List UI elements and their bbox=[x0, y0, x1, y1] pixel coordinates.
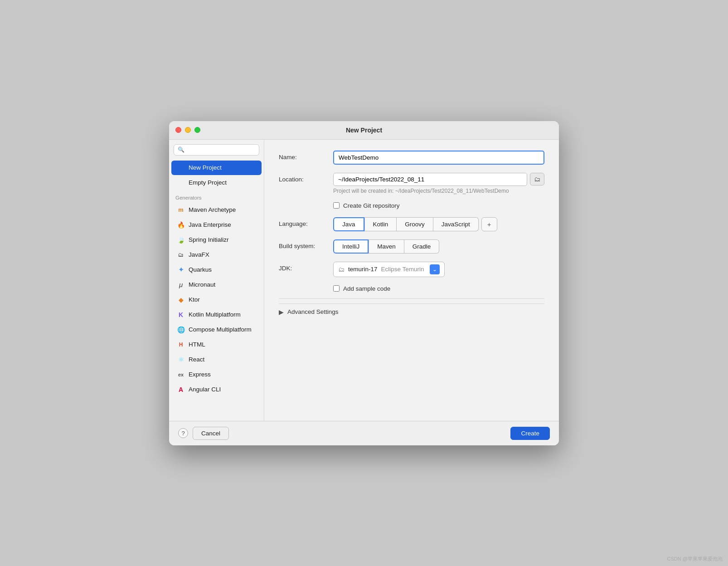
jdk-version: Eclipse Temurin bbox=[381, 266, 424, 273]
jdk-row: JDK: 🗂 temurin-17 Eclipse Temurin ⌄ bbox=[279, 262, 544, 277]
sidebar-item-label: New Project bbox=[189, 164, 222, 171]
build-btn-group: IntelliJ Maven Gradle bbox=[333, 239, 544, 254]
browse-button[interactable]: 🗂 bbox=[530, 173, 544, 185]
sidebar-item-label: Java Enterprise bbox=[189, 221, 231, 228]
advanced-settings-label: Advanced Settings bbox=[287, 308, 339, 315]
add-language-button[interactable]: + bbox=[481, 217, 497, 231]
sidebar-item-new-project[interactable]: New Project bbox=[171, 161, 262, 175]
location-control: 🗂 Project will be created in: ~/IdeaProj… bbox=[333, 173, 544, 194]
close-button[interactable] bbox=[175, 127, 181, 133]
react-icon: ⚛ bbox=[177, 356, 185, 364]
sample-code-checkbox[interactable] bbox=[333, 285, 340, 292]
maven-archetype-icon: m bbox=[177, 206, 185, 214]
jdk-folder-icon: 🗂 bbox=[338, 266, 345, 273]
name-label: Name: bbox=[279, 151, 333, 161]
location-input[interactable] bbox=[333, 173, 527, 186]
location-hint: Project will be created in: ~/IdeaProjec… bbox=[333, 188, 544, 194]
sidebar-item-label: Micronaut bbox=[189, 281, 215, 288]
sidebar-item-angular-cli[interactable]: A Angular CLI bbox=[171, 382, 262, 397]
sidebar-item-label: Maven Archetype bbox=[189, 206, 236, 213]
language-javascript-button[interactable]: JavaScript bbox=[433, 217, 479, 231]
jdk-arrow-icon: ⌄ bbox=[430, 264, 440, 274]
titlebar: New Project bbox=[169, 121, 559, 140]
location-label: Location: bbox=[279, 173, 333, 183]
sidebar-item-label: Compose Multiplatform bbox=[189, 326, 252, 333]
sidebar-item-label: React bbox=[189, 356, 204, 363]
content-area: 🔍 New Project Empty Project Generators bbox=[169, 140, 559, 421]
javafx-icon: 🗂 bbox=[177, 251, 185, 259]
sidebar-item-label: Angular CLI bbox=[189, 386, 221, 393]
java-enterprise-icon: 🔥 bbox=[177, 221, 185, 229]
sidebar-item-html[interactable]: H HTML bbox=[171, 337, 262, 352]
sample-code-label: Add sample code bbox=[343, 285, 390, 292]
jdk-selector[interactable]: 🗂 temurin-17 Eclipse Temurin ⌄ bbox=[333, 262, 445, 277]
language-groovy-button[interactable]: Groovy bbox=[397, 217, 433, 231]
sidebar-item-react[interactable]: ⚛ React bbox=[171, 352, 262, 367]
window-title: New Project bbox=[346, 127, 382, 134]
sidebar-item-label: Quarkus bbox=[189, 266, 212, 273]
language-label: Language: bbox=[279, 217, 333, 227]
watermark: CSDN @苹果苹果爱泡泡 bbox=[667, 556, 723, 562]
traffic-lights bbox=[175, 127, 200, 133]
sample-code-row: Add sample code bbox=[333, 285, 544, 292]
minimize-button[interactable] bbox=[185, 127, 191, 133]
build-gradle-button[interactable]: Gradle bbox=[404, 239, 440, 254]
jdk-name: temurin-17 bbox=[348, 266, 378, 273]
sidebar-item-ktor[interactable]: ◆ Ktor bbox=[171, 293, 262, 307]
express-icon: ex bbox=[177, 371, 185, 379]
build-maven-button[interactable]: Maven bbox=[369, 239, 404, 254]
ktor-icon: ◆ bbox=[177, 296, 185, 304]
build-intellij-button[interactable]: IntelliJ bbox=[333, 239, 369, 254]
advanced-settings-row[interactable]: ▶ Advanced Settings bbox=[279, 303, 544, 316]
new-project-dialog: New Project 🔍 New Project Empty Project bbox=[169, 121, 559, 445]
generators-section-label: Generators bbox=[169, 190, 264, 202]
jdk-control: 🗂 temurin-17 Eclipse Temurin ⌄ bbox=[333, 262, 544, 277]
location-row: Location: 🗂 Project will be created in: … bbox=[279, 173, 544, 194]
cancel-button[interactable]: Cancel bbox=[193, 427, 229, 440]
sidebar-item-javafx[interactable]: 🗂 JavaFX bbox=[171, 248, 262, 262]
git-repo-row: Create Git repository bbox=[333, 202, 544, 209]
name-control bbox=[333, 151, 544, 165]
git-repo-label: Create Git repository bbox=[343, 202, 400, 209]
name-input[interactable] bbox=[333, 151, 544, 165]
sidebar: 🔍 New Project Empty Project Generators bbox=[169, 140, 264, 421]
angular-icon: A bbox=[177, 385, 185, 394]
build-row: Build system: IntelliJ Maven Gradle bbox=[279, 239, 544, 254]
git-repo-checkbox[interactable] bbox=[333, 202, 340, 209]
language-row: Language: Java Kotlin Groovy JavaScript … bbox=[279, 217, 544, 231]
sidebar-item-label: Kotlin Multiplatform bbox=[189, 311, 241, 318]
name-row: Name: bbox=[279, 151, 544, 165]
sidebar-item-spring-initializr[interactable]: 🍃 Spring Initializr bbox=[171, 233, 262, 247]
help-button[interactable]: ? bbox=[178, 428, 188, 438]
create-button[interactable]: Create bbox=[510, 427, 550, 440]
language-java-button[interactable]: Java bbox=[333, 217, 364, 231]
chevron-right-icon: ▶ bbox=[279, 308, 284, 316]
search-icon: 🔍 bbox=[178, 146, 184, 153]
sidebar-item-compose-multiplatform[interactable]: 🌐 Compose Multiplatform bbox=[171, 322, 262, 337]
new-project-icon bbox=[177, 164, 185, 172]
sidebar-item-micronaut[interactable]: μ Micronaut bbox=[171, 278, 262, 292]
language-btn-group: Java Kotlin Groovy JavaScript bbox=[333, 217, 479, 231]
language-kotlin-button[interactable]: Kotlin bbox=[364, 217, 397, 231]
sidebar-item-label: Express bbox=[189, 371, 211, 378]
sidebar-item-empty-project[interactable]: Empty Project bbox=[171, 176, 262, 190]
sidebar-item-java-enterprise[interactable]: 🔥 Java Enterprise bbox=[171, 218, 262, 232]
spring-initializr-icon: 🍃 bbox=[177, 236, 185, 244]
compose-icon: 🌐 bbox=[177, 326, 185, 334]
footer: ? Cancel Create bbox=[169, 421, 559, 445]
sidebar-item-label: HTML bbox=[189, 341, 205, 348]
sidebar-items: New Project Empty Project Generators m M… bbox=[169, 160, 264, 421]
sidebar-item-express[interactable]: ex Express bbox=[171, 367, 262, 382]
sidebar-item-label: JavaFX bbox=[189, 251, 209, 258]
search-box[interactable]: 🔍 bbox=[174, 144, 259, 156]
sidebar-item-kotlin-multiplatform[interactable]: K Kotlin Multiplatform bbox=[171, 307, 262, 322]
footer-left: ? Cancel bbox=[178, 427, 229, 440]
language-control: Java Kotlin Groovy JavaScript + bbox=[333, 217, 544, 231]
divider bbox=[279, 298, 544, 299]
sidebar-item-maven-archetype[interactable]: m Maven Archetype bbox=[171, 203, 262, 217]
main-form: Name: Location: 🗂 Project will be create… bbox=[264, 140, 559, 421]
maximize-button[interactable] bbox=[194, 127, 200, 133]
sidebar-item-quarkus[interactable]: ✦ Quarkus bbox=[171, 263, 262, 277]
html-icon: H bbox=[177, 341, 185, 349]
search-input[interactable] bbox=[187, 146, 255, 153]
